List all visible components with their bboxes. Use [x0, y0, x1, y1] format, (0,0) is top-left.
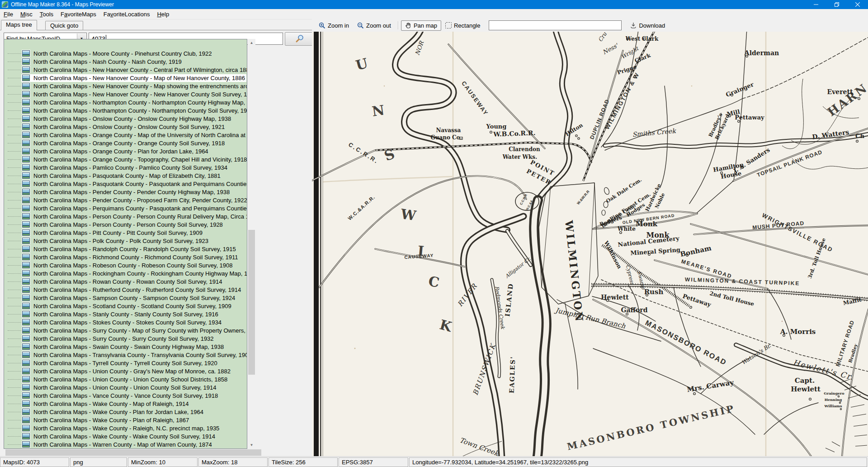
tree-item[interactable]: North Carolina Maps - Swain County - Swa… — [4, 343, 247, 351]
tree-item[interactable]: North Carolina Maps - Randolph County - … — [4, 245, 247, 253]
map-thumbnail-icon — [22, 433, 30, 439]
rectangle-button[interactable]: Rectangle — [441, 20, 485, 31]
tree-item[interactable]: North Carolina Maps - Wake County - Wake… — [4, 432, 247, 440]
scroll-up-arrow[interactable]: ▲ — [248, 39, 255, 47]
tree-connector — [8, 396, 21, 396]
pan-map-button[interactable]: Pan map — [401, 20, 441, 31]
tree-item[interactable]: North Carolina Maps - Pasquotank County … — [4, 172, 247, 180]
tree-item[interactable]: North Carolina Maps - Wake County - Map … — [4, 400, 247, 408]
tree-item-label: North Carolina Maps - Scotland County - … — [32, 302, 233, 310]
maps-tree-list[interactable]: North Carolina Maps - Moore County - Pin… — [4, 39, 247, 449]
svg-text:Capt.: Capt. — [795, 376, 815, 385]
tree-item[interactable]: North Carolina Maps - Pender County - Pe… — [4, 188, 247, 196]
svg-text:A. Morris: A. Morris — [780, 328, 816, 336]
tree-item[interactable]: North Carolina Maps - Vance County - Van… — [4, 391, 247, 400]
close-button[interactable] — [847, 0, 868, 9]
map-thumbnail-icon — [22, 67, 30, 73]
tree-connector — [8, 330, 21, 331]
tree-connector — [8, 363, 21, 363]
restore-button[interactable] — [826, 0, 847, 9]
tree-item[interactable]: North Carolina Maps - Rutherford County … — [4, 286, 247, 294]
status-panel: MaxZoom: 18 — [198, 457, 268, 467]
tree-item[interactable]: North Carolina Maps - Person County - Pe… — [4, 220, 247, 229]
zoom-out-button[interactable]: Zoom out — [353, 20, 395, 31]
tree-item[interactable]: North Carolina Maps - Pasquotank County … — [4, 180, 247, 188]
tree-item[interactable]: North Carolina Maps - Tyrrell County - T… — [4, 359, 247, 367]
tree-item[interactable]: North Carolina Maps - New Hanover County… — [4, 90, 247, 98]
tab-quick-goto[interactable]: Quick goto — [45, 21, 83, 30]
tree-item[interactable]: North Carolina Maps - Wake County - Plan… — [4, 408, 247, 416]
tree-item[interactable]: North Carolina Maps - Orange County - Pl… — [4, 147, 247, 155]
menu-tools[interactable]: Tools — [36, 10, 57, 19]
map-canvas[interactable]: NORNess'CruSmiths CreekTown CreekJumping… — [312, 32, 868, 456]
tree-item[interactable]: North Carolina Maps - Onslow County - On… — [4, 114, 247, 123]
tree-item[interactable]: North Carolina Maps - Rockingham County … — [4, 269, 247, 277]
status-panel: TileSize: 256 — [269, 457, 338, 467]
menu-help[interactable]: Help — [153, 10, 173, 19]
zoom-in-button[interactable]: Zoom in — [315, 20, 353, 31]
download-button[interactable]: Download — [626, 20, 669, 31]
tree-vertical-scrollbar[interactable]: ▲ ▼ — [248, 39, 255, 449]
tree-item[interactable]: North Carolina Maps - Nash County - Nash… — [4, 57, 247, 66]
tree-item[interactable]: North Carolina Maps - Orange County - To… — [4, 155, 247, 163]
tree-connector — [8, 233, 21, 233]
scrollbar-thumb[interactable] — [5, 449, 261, 456]
menu-misc[interactable]: Misc — [17, 10, 36, 19]
tree-item[interactable]: North Carolina Maps - Northampton County… — [4, 98, 247, 106]
scroll-down-arrow[interactable]: ▼ — [248, 441, 255, 449]
tree-connector — [8, 412, 21, 412]
map-thumbnail-icon — [22, 335, 30, 342]
tree-item[interactable]: North Carolina Maps - New Hanover County… — [4, 82, 247, 90]
tree-item[interactable]: North Carolina Maps - Union County - Uni… — [4, 375, 247, 383]
svg-text:Rush: Rush — [644, 288, 664, 296]
tree-item[interactable]: North Carolina Maps - Warren County - Ma… — [4, 440, 247, 448]
tree-item[interactable]: North Carolina Maps - Surry County - Map… — [4, 326, 247, 334]
tree-item[interactable]: North Carolina Maps - Stokes County - St… — [4, 318, 247, 326]
tree-item[interactable]: North Carolina Maps - Onslow County - On… — [4, 123, 247, 131]
map-thumbnail-icon — [22, 295, 30, 301]
tree-item[interactable]: North Carolina Maps - Stanly County - St… — [4, 310, 247, 318]
tree-item-label: North Carolina Maps - Transylvania Count… — [32, 351, 247, 359]
minimize-button[interactable] — [806, 0, 826, 9]
tree-horizontal-scrollbar[interactable] — [0, 449, 312, 456]
tree-item[interactable]: North Carolina Maps - Union County - Gra… — [4, 367, 247, 375]
tree-item[interactable]: North Carolina Maps - Sampson County - S… — [4, 294, 247, 302]
tree-item[interactable]: North Carolina Maps - Wake County - Plan… — [4, 416, 247, 424]
tree-connector — [8, 102, 21, 103]
tree-item[interactable]: North Carolina Maps - Richmond County - … — [4, 253, 247, 261]
tree-item[interactable]: North Carolina Maps - Person County - Pe… — [4, 212, 247, 220]
menu-favoritelocations[interactable]: FavoriteLocations — [100, 10, 154, 19]
tree-connector — [8, 167, 21, 168]
tree-item-label: North Carolina Maps - Rowan County - Row… — [32, 278, 223, 286]
tree-item[interactable]: North Carolina Maps - Union County - Uni… — [4, 383, 247, 391]
menu-favoritemaps[interactable]: FavoriteMaps — [57, 10, 100, 19]
tree-item[interactable]: North Carolina Maps - Orange County - Or… — [4, 139, 247, 147]
tree-item[interactable]: North Carolina Maps - Moore County - Pin… — [4, 49, 247, 57]
tree-item[interactable]: North Carolina Maps - Orange County - Ma… — [4, 131, 247, 139]
tree-item[interactable]: North Carolina Maps - Polk County - Polk… — [4, 237, 247, 245]
tree-item[interactable]: North Carolina Maps - New Hanover County… — [4, 74, 247, 82]
tree-item[interactable]: North Carolina Maps - Wake County - Rale… — [4, 424, 247, 432]
menu-file[interactable]: File — [0, 10, 17, 19]
tree-item[interactable]: North Carolina Maps - Robeson County - R… — [4, 261, 247, 269]
tree-item[interactable]: North Carolina Maps - Perquimans County … — [4, 204, 247, 212]
search-button[interactable] — [285, 32, 315, 46]
toolbar-input[interactable] — [489, 20, 622, 30]
tree-item[interactable]: North Carolina Maps - New Hanover County… — [4, 66, 247, 74]
tree-item-label: North Carolina Maps - Vance County - Van… — [32, 392, 219, 400]
map-thumbnail-icon — [22, 238, 30, 244]
map-thumbnail-icon — [22, 400, 30, 407]
tree-item[interactable]: North Carolina Maps - Pamlico County - P… — [4, 163, 247, 172]
tree-item[interactable]: North Carolina Maps - Scotland County - … — [4, 302, 247, 310]
scrollbar-thumb[interactable] — [248, 230, 255, 375]
tree-item[interactable]: North Carolina Maps - Pender County - Pr… — [4, 196, 247, 204]
map-thumbnail-icon — [22, 115, 30, 122]
tree-item[interactable]: North Carolina Maps - Pitt County - Pitt… — [4, 229, 247, 237]
tree-item[interactable]: North Carolina Maps - Surry County - Sur… — [4, 334, 247, 343]
tree-item[interactable]: North Carolina Maps - Transylvania Count… — [4, 351, 247, 359]
tree-item[interactable]: North Carolina Maps - Rowan County - Row… — [4, 277, 247, 286]
tab-maps-tree[interactable]: Maps tree — [1, 20, 37, 30]
tree-item-label: North Carolina Maps - Northampton County… — [32, 99, 247, 106]
tree-item[interactable]: North Carolina Maps - Northampton County… — [4, 106, 247, 114]
map-thumbnail-icon — [22, 213, 30, 219]
